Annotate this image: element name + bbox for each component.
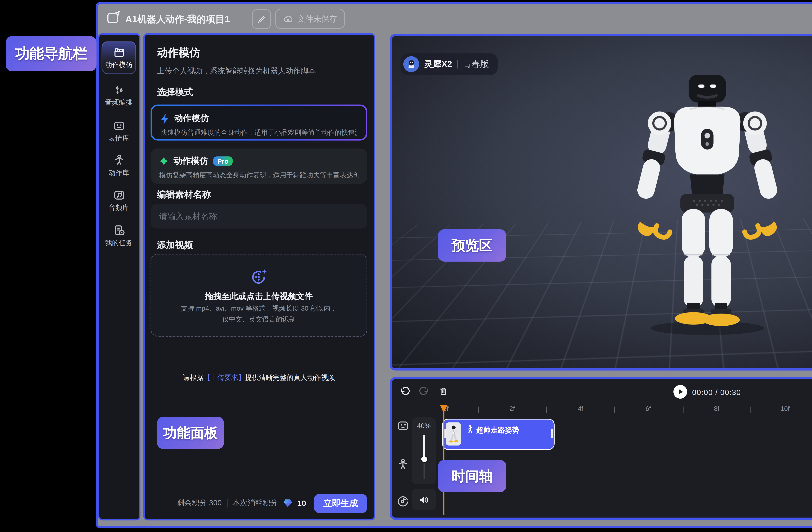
upload-hint-line2: 仅中文、英文语言的识别 <box>222 315 296 324</box>
mode-card-pro[interactable]: 动作模仿 Pro 模仿复杂高精度高动态全身动作复现，适用于舞蹈功夫等丰富表达创作… <box>150 149 367 184</box>
delete-clip-button[interactable] <box>438 386 449 396</box>
ruler-tick <box>751 407 751 413</box>
play-button[interactable] <box>673 385 687 398</box>
cost-label: 本次消耗积分 <box>232 498 278 508</box>
sidebar-item-label: 动作模仿 <box>105 60 132 70</box>
ruler-label: 2f <box>509 405 515 412</box>
robot-model-badge: 灵犀X2 青春版 <box>401 53 497 75</box>
sidebar-item-label: 我的任务 <box>105 238 132 248</box>
lightning-icon <box>161 113 169 124</box>
sparkles-icon <box>113 83 125 95</box>
titlebar: A1机器人动作-我的项目1 文件未保存 合成并保存 <box>98 4 812 32</box>
expression-track-icon[interactable] <box>397 420 409 432</box>
undo-button[interactable] <box>400 386 410 397</box>
sidebar-item-label: 音频编排 <box>105 98 132 107</box>
save-status-label: 文件未保存 <box>298 13 337 24</box>
upload-requirement-notice: 请根据【上传要求】提供清晰完整的真人动作视频 <box>150 373 367 383</box>
playhead-handle[interactable] <box>440 405 447 413</box>
ruler-label: 6f <box>646 405 651 412</box>
volume-slider-track[interactable] <box>423 435 425 458</box>
upload-title: 拖拽至此或点击上传视频文件 <box>205 291 313 302</box>
clapperboard-icon <box>113 46 125 58</box>
badge-divider <box>457 60 458 68</box>
file-save-status[interactable]: 文件未保存 <box>275 9 345 29</box>
notice-prefix: 请根据 <box>183 373 204 381</box>
ruler-label: 4f <box>578 405 583 412</box>
screenshot-stage: A1机器人动作-我的项目1 文件未保存 合成并保存 <box>0 0 812 532</box>
timeline-clip[interactable]: 超帅走路姿势 <box>442 419 555 450</box>
mode-card-fast[interactable]: 动作模仿 快速模仿普通难度的全身动作，适用于小品戏剧等简单动作的快速演绎 <box>150 104 367 141</box>
add-video-label: 添加视频 <box>157 239 193 251</box>
mode-name: 动作模仿 <box>174 112 209 125</box>
sidebar-item-expression-library[interactable]: 表情库 <box>101 115 137 148</box>
annotation-timeline-label: 时间轴 <box>438 460 506 492</box>
redo-button[interactable] <box>419 386 430 397</box>
cloud-unsaved-icon <box>283 14 293 23</box>
sidebar-item-label: 音频库 <box>108 203 129 212</box>
volume-slider-knob[interactable] <box>420 456 427 463</box>
timeline-panel: 00:00 / 00:30 0f 2f 4f 6f 8f <box>390 377 812 520</box>
robot-model[interactable] <box>621 68 794 350</box>
upload-requirement-link[interactable]: 【上传要求】 <box>204 373 245 381</box>
upload-hint-line1: 支持 mp4、avi、mov 等格式，视频长度 30 秒以内， <box>181 304 337 313</box>
ruler-tick <box>546 407 547 413</box>
walking-person-icon <box>466 424 474 434</box>
clip-name: 超帅走路姿势 <box>476 425 519 435</box>
model-name: 灵犀X2 <box>424 58 452 70</box>
ruler-tick <box>614 407 615 413</box>
sidebar-item-audio-arrange[interactable]: 音频编排 <box>101 79 137 112</box>
volume-value: 40% <box>412 422 436 430</box>
generate-button[interactable]: 立即生成 <box>314 493 367 513</box>
panel-footer: 剩余积分 300 本次消耗积分 10 立即生成 <box>150 492 367 515</box>
ruler-tick <box>683 407 683 413</box>
playback-time: 00:00 / 00:30 <box>692 388 741 396</box>
clip-trim-handle-left[interactable] <box>444 429 446 438</box>
ruler-label: 8f <box>714 405 719 412</box>
mode-section-label: 选择模式 <box>157 86 193 99</box>
model-edition: 青春版 <box>463 58 489 70</box>
function-nav-sidebar: 动作模仿 音频编排 表情库 <box>98 33 141 520</box>
volume-popover: 40% <box>412 417 436 485</box>
app-logo-icon <box>106 11 120 25</box>
credits-remaining: 剩余积分 300 <box>177 498 222 508</box>
preview-viewport[interactable]: 灵犀X2 青春版 Z Y X <box>390 34 812 370</box>
clip-trim-handle-right[interactable] <box>551 429 553 438</box>
material-name-label: 编辑素材名称 <box>157 189 211 201</box>
robot-avatar <box>403 56 419 72</box>
rename-project-button[interactable] <box>252 10 271 29</box>
film-reel-upload-icon <box>249 267 269 286</box>
robot-face-icon <box>113 119 125 131</box>
material-name-input[interactable] <box>150 204 367 228</box>
footer-divider <box>227 499 227 507</box>
mode-description: 快速模仿普通难度的全身动作，适用于小品戏剧等简单动作的快速演绎 <box>161 128 357 138</box>
audio-track-icon[interactable] <box>397 494 409 507</box>
cost-value: 10 <box>298 499 306 507</box>
music-box-icon <box>113 188 125 201</box>
ruler-label: 10f <box>781 405 789 412</box>
annotation-nav-label: 功能导航栏 <box>6 36 97 71</box>
mute-toggle-button[interactable] <box>412 489 436 510</box>
panel-subtitle: 上传个人视频，系统智能转换为机器人动作脚本 <box>157 66 316 76</box>
mode-name: 动作模仿 <box>174 155 208 167</box>
video-upload-dropzone[interactable]: 拖拽至此或点击上传视频文件 支持 mp4、avi、mov 等格式，视频长度 30… <box>150 254 367 337</box>
notice-suffix: 提供清晰完整的真人动作视频 <box>245 373 335 381</box>
panel-title: 动作模仿 <box>157 46 200 60</box>
annotation-preview-label: 预览区 <box>438 229 506 262</box>
sidebar-item-my-tasks[interactable]: 我的任务 <box>101 219 137 252</box>
action-figure-icon <box>113 154 125 166</box>
sidebar-item-audio-library[interactable]: 音频库 <box>101 184 137 217</box>
mode-description: 模仿复杂高精度高动态全身动作复现，适用于舞蹈功夫等丰富表达创作表演 <box>159 171 359 180</box>
sidebar-item-label: 动作库 <box>108 168 129 178</box>
sidebar-item-motion-library[interactable]: 动作库 <box>101 149 137 182</box>
clip-thumbnail <box>446 422 461 446</box>
pro-badge: Pro <box>213 156 233 166</box>
sidebar-item-label: 表情库 <box>108 134 129 143</box>
ruler-tick <box>478 407 479 413</box>
sparkle-icon <box>159 156 169 166</box>
task-list-icon <box>113 224 125 236</box>
motion-track-icon[interactable] <box>397 459 409 471</box>
project-title: A1机器人动作-我的项目1 <box>125 13 230 26</box>
sidebar-item-motion-mimic[interactable]: 动作模仿 <box>102 41 136 74</box>
volume-slider-track-lower[interactable] <box>423 461 425 479</box>
gem-icon <box>283 499 292 507</box>
